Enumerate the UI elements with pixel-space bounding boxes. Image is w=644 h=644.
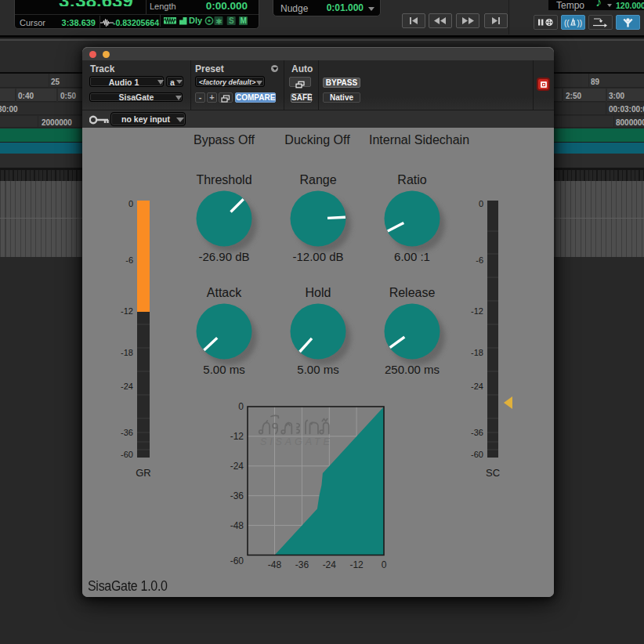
svg-text:-24: -24: [230, 461, 244, 472]
svg-text:Dly: Dly: [189, 16, 203, 25]
svg-text:)): )): [577, 19, 583, 27]
svg-text:S: S: [229, 16, 234, 25]
svg-text:0: 0: [382, 559, 387, 570]
svg-text:-48: -48: [268, 559, 282, 570]
svg-text:-12: -12: [349, 559, 364, 570]
svg-text:0: 0: [238, 401, 244, 412]
svg-text:-60: -60: [230, 555, 244, 566]
svg-text:-24: -24: [323, 559, 337, 570]
svg-text:((: ((: [564, 19, 570, 27]
svg-text:-12: -12: [230, 431, 244, 442]
svg-text:-36: -36: [230, 490, 244, 501]
svg-text:SISAGATE: SISAGATE: [260, 436, 333, 447]
svg-text:✱: ✱: [215, 17, 222, 26]
svg-text:-36: -36: [295, 559, 309, 570]
svg-text:-48: -48: [230, 520, 244, 531]
svg-text:M: M: [241, 16, 247, 25]
